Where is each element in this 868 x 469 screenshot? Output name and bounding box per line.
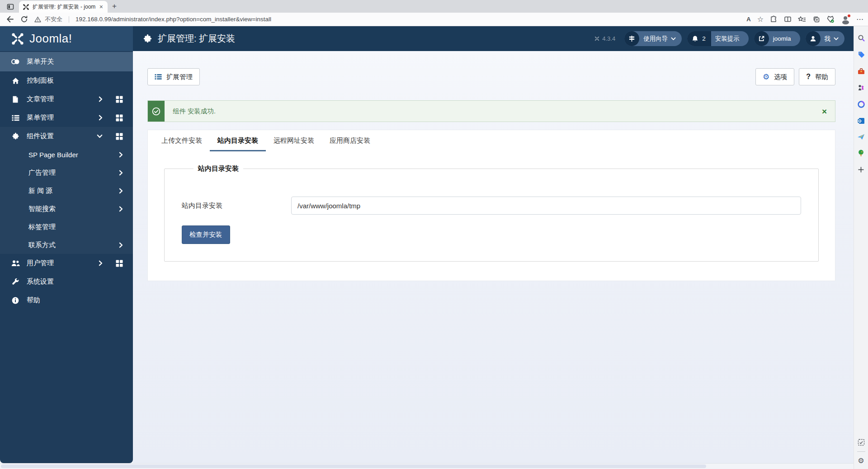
chevron-right-icon xyxy=(119,242,123,248)
chevron-right-icon xyxy=(119,152,123,158)
folder-path-input[interactable] xyxy=(291,197,801,215)
list-icon xyxy=(12,115,19,121)
chevron-right-icon xyxy=(99,260,103,266)
profile-avatar[interactable] xyxy=(841,15,850,24)
sidebar-item-components[interactable]: 组件设置 xyxy=(0,127,133,145)
extension-manager-button[interactable]: 扩展管理 xyxy=(147,68,200,85)
help-button[interactable]: ? 帮助 xyxy=(799,68,835,85)
notification-count: 2 xyxy=(702,35,706,42)
joomla-logo-block[interactable]: Joomla! xyxy=(0,26,133,51)
chevron-right-icon xyxy=(119,206,123,212)
notification-label: 安装提示 xyxy=(711,35,743,43)
sidebar-subitem-tags[interactable]: 标签管理 xyxy=(0,218,133,236)
sidebar-games-icon[interactable] xyxy=(858,84,864,91)
scrollbar-thumb[interactable] xyxy=(1,464,706,468)
tab-upload-package[interactable]: 上传文件安装 xyxy=(154,130,210,151)
sidebar-outlook-icon[interactable] xyxy=(858,117,865,124)
chevron-down-icon xyxy=(97,134,103,138)
chevron-right-icon xyxy=(119,170,123,176)
sidebar-subitem-banners[interactable]: 广告管理 xyxy=(0,164,133,182)
tab-actions-icon xyxy=(7,3,14,10)
success-alert: 组件 安装成功. × xyxy=(147,100,835,122)
dashboard-grid-icon[interactable] xyxy=(116,114,123,122)
browser-tab-strip: 扩展管理: 扩展安装 - joomla - 后 × + xyxy=(0,0,868,13)
sidebar-shopping-icon[interactable] xyxy=(858,51,865,58)
sidebar-item-help[interactable]: 帮助 xyxy=(0,291,133,310)
tab-close-icon[interactable]: × xyxy=(99,4,104,10)
check-circle-icon xyxy=(152,107,160,116)
horizontal-scrollbar[interactable] xyxy=(0,463,854,469)
web-capture-icon[interactable] xyxy=(858,439,865,446)
address-bar-url[interactable]: 192.168.0.99/administrator/index.php?opt… xyxy=(75,16,740,23)
sidebar-subitem-contacts[interactable]: 联系方式 xyxy=(0,236,133,254)
sidebar-subitem-sp-page-builder[interactable]: SP Page Builder xyxy=(0,145,133,164)
toggle-icon xyxy=(11,58,20,65)
extensions-icon[interactable] xyxy=(770,15,778,23)
refresh-button[interactable] xyxy=(20,15,28,23)
installer-card: 上传文件安装 站内目录安装 远程网址安装 应用商店安装 站内目录安装 站内目录安… xyxy=(147,130,835,281)
add-favorite-star-icon[interactable]: ☆ xyxy=(757,16,764,23)
preview-site-button[interactable]: joomla xyxy=(754,31,800,46)
sidebar-item-dashboard[interactable]: 控制面板 xyxy=(0,71,133,90)
sidebar-customize-plus-icon[interactable] xyxy=(858,166,864,173)
sidebar-subitem-newsfeeds[interactable]: 新 闻 源 xyxy=(0,182,133,200)
site-security-chip[interactable]: 不安全 xyxy=(34,15,62,23)
sidebar-item-articles[interactable]: 文章管理 xyxy=(0,90,133,108)
sidebar-search-icon[interactable] xyxy=(858,34,865,42)
chevron-right-icon xyxy=(99,115,103,121)
dashboard-grid-icon[interactable] xyxy=(116,96,123,103)
read-aloud-icon[interactable]: A xyxy=(746,16,750,23)
content-toolbar: 扩展管理 ⚙ 选项 ? 帮助 xyxy=(147,51,835,85)
options-button[interactable]: ⚙ 选项 xyxy=(755,68,794,85)
sidebar-item-users[interactable]: 用户管理 xyxy=(0,254,133,272)
sidebar-toolbox-icon[interactable] xyxy=(858,68,865,75)
sidebar-tree-icon[interactable] xyxy=(858,150,864,157)
signpost-icon xyxy=(628,35,635,42)
guided-tour-button[interactable]: 使用向导 xyxy=(624,31,682,46)
check-and-install-button[interactable]: 检查并安装 xyxy=(182,225,230,244)
puzzle-icon xyxy=(143,34,152,43)
admin-header: Joomla! 扩展管理: 扩展安装 4.3.4 使用向导 xyxy=(0,26,854,51)
tab-install-from-folder[interactable]: 站内目录安装 xyxy=(210,130,266,151)
sidebar-item-menus[interactable]: 菜单管理 xyxy=(0,108,133,127)
profile-notification-dot xyxy=(847,14,851,18)
sidebar-drop-icon[interactable] xyxy=(857,134,865,140)
sidebar-subitem-smart-search[interactable]: 智能搜索 xyxy=(0,200,133,218)
fieldset-legend: 站内目录安装 xyxy=(193,164,243,173)
alert-status-strip xyxy=(148,101,165,122)
favorites-icon[interactable] xyxy=(798,16,806,23)
notifications-button[interactable]: 2 安装提示 xyxy=(687,31,749,46)
page-title: 扩展管理: 扩展安装 xyxy=(143,33,235,45)
back-button[interactable] xyxy=(6,15,14,23)
content-area: 扩展管理 ⚙ 选项 ? 帮助 xyxy=(133,51,854,463)
folder-path-label: 站内目录安装 xyxy=(182,202,291,210)
browser-navbar: 不安全 192.168.0.99/administrator/index.php… xyxy=(0,13,868,26)
browser-essentials-icon[interactable] xyxy=(826,15,835,23)
tab-title: 扩展管理: 扩展安装 - joomla - 后 xyxy=(33,3,95,11)
tab-install-from-url[interactable]: 远程网址安装 xyxy=(266,130,322,151)
dashboard-grid-icon[interactable] xyxy=(116,133,123,140)
new-tab-button[interactable]: + xyxy=(112,2,117,11)
alert-close-icon[interactable]: × xyxy=(822,107,827,116)
install-from-folder-fieldset: 站内目录安装 站内目录安装 检查并安装 xyxy=(164,164,819,262)
chevron-down-icon xyxy=(671,37,676,41)
dashboard-grid-icon[interactable] xyxy=(116,260,123,267)
settings-menu-icon[interactable]: ⋯ xyxy=(856,16,863,23)
wrench-icon xyxy=(12,278,19,286)
warning-icon xyxy=(34,16,41,23)
user-menu-button[interactable]: 我 xyxy=(806,31,845,46)
sidebar-copilot-icon[interactable] xyxy=(858,101,865,108)
browser-tab[interactable]: 扩展管理: 扩展安装 - joomla - 后 × xyxy=(19,1,108,13)
sidebar-item-menu-toggle[interactable]: 菜单开关 xyxy=(0,52,133,71)
tab-install-from-web[interactable]: 应用商店安装 xyxy=(322,130,378,151)
rail-divider xyxy=(857,451,865,452)
chevron-right-icon xyxy=(119,188,123,194)
chevron-down-icon xyxy=(834,37,839,41)
rail-settings-gear-icon[interactable]: ⚙ xyxy=(858,457,864,464)
admin-sidebar: 菜单开关 控制面板 文章管理 菜单管理 xyxy=(0,51,133,463)
tab-actions-menu-button[interactable] xyxy=(5,2,16,12)
divider xyxy=(69,16,69,23)
sidebar-item-system[interactable]: 系统设置 xyxy=(0,272,133,291)
collections-icon[interactable] xyxy=(812,15,820,23)
split-screen-icon[interactable] xyxy=(784,15,792,23)
